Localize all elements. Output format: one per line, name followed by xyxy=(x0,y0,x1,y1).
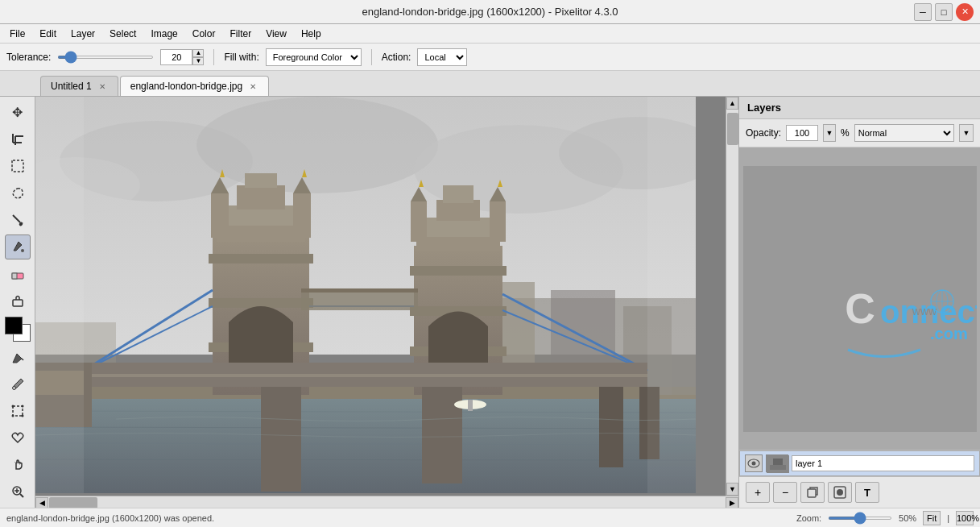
right-panel: Layers Opacity: ▼ % Normal Multiply Scre… xyxy=(738,97,980,508)
add-layer-button[interactable]: + xyxy=(746,482,770,503)
svg-point-17 xyxy=(21,415,23,417)
brush-tool[interactable] xyxy=(5,207,31,232)
mask-layer-button[interactable] xyxy=(828,482,852,503)
svg-point-15 xyxy=(21,405,23,408)
vertical-scrollbar[interactable]: ▲ ▼ xyxy=(726,97,738,496)
svg-text:www: www xyxy=(911,305,937,317)
svg-rect-86 xyxy=(468,400,473,411)
zoom-100-button[interactable]: 100% xyxy=(956,511,974,525)
hand-tool[interactable] xyxy=(5,452,31,477)
menu-image[interactable]: Image xyxy=(144,27,184,41)
fill-with-select[interactable]: Foreground Color Background Color Transp… xyxy=(266,48,362,66)
opacity-input[interactable] xyxy=(786,125,818,141)
zoom-label: Zoom: xyxy=(796,513,821,523)
minimize-button[interactable]: ─ xyxy=(914,3,932,21)
heart-tool[interactable] xyxy=(5,425,31,450)
layers-opacity-row: Opacity: ▼ % Normal Multiply Screen Over… xyxy=(739,119,980,147)
svg-rect-4 xyxy=(12,160,23,172)
scroll-thumb-vertical[interactable] xyxy=(727,113,738,145)
svg-point-7 xyxy=(21,249,24,252)
toolbar: Tolerance: 20 ▲ ▼ Fill with: Foreground … xyxy=(0,44,980,71)
svg-point-111 xyxy=(837,489,843,496)
tab-london-bridge[interactable]: england-london-bridge.jpg ✕ xyxy=(120,76,269,96)
layer-name-input[interactable] xyxy=(792,455,974,471)
tab-untitled1[interactable]: Untitled 1 ✕ xyxy=(40,76,118,96)
svg-rect-44 xyxy=(209,254,313,264)
tab-label-london-bridge: england-london-bridge.jpg xyxy=(130,81,242,92)
layers-list xyxy=(739,450,980,476)
tolerance-slider[interactable] xyxy=(57,56,154,59)
paint-bucket-tool[interactable] xyxy=(5,345,31,370)
fill-bucket-tool[interactable] xyxy=(5,234,31,259)
svg-point-14 xyxy=(11,405,14,408)
svg-text:.com: .com xyxy=(930,325,968,342)
blend-dropdown-button[interactable]: ▼ xyxy=(959,124,974,142)
tolerance-input[interactable]: 20 xyxy=(160,49,192,65)
tab-close-untitled1[interactable]: ✕ xyxy=(97,81,108,92)
tolerance-up[interactable]: ▲ xyxy=(192,49,204,57)
menu-help[interactable]: Help xyxy=(295,27,328,41)
divider-1 xyxy=(213,49,214,65)
scroll-right-button[interactable]: ▶ xyxy=(726,497,738,508)
zoom-tool[interactable] xyxy=(5,479,31,504)
main-area: ✥ xyxy=(0,97,980,508)
tab-close-london-bridge[interactable]: ✕ xyxy=(247,81,258,92)
svg-line-18 xyxy=(14,462,16,463)
action-label: Action: xyxy=(382,52,411,63)
tab-label-untitled1: Untitled 1 xyxy=(51,81,92,92)
eraser-tool[interactable] xyxy=(5,261,31,286)
status-bar: england-london-bridge.jpg (1600x1200) wa… xyxy=(0,508,980,527)
svg-rect-81 xyxy=(261,387,301,492)
close-button[interactable]: ✕ xyxy=(956,3,974,21)
action-select[interactable]: Local Global xyxy=(417,48,467,66)
crop-tool[interactable] xyxy=(5,127,31,151)
move-tool[interactable]: ✥ xyxy=(5,100,31,125)
scroll-up-button[interactable]: ▲ xyxy=(726,97,738,110)
divider-2 xyxy=(371,49,372,65)
rect-selection-tool[interactable] xyxy=(5,154,31,179)
svg-line-20 xyxy=(20,494,23,497)
maximize-button[interactable]: □ xyxy=(935,3,953,21)
layer-item[interactable] xyxy=(739,450,980,476)
menu-select[interactable]: Select xyxy=(103,27,143,41)
layer-preview-svg: C onnect www .com xyxy=(743,166,977,432)
menu-layer[interactable]: Layer xyxy=(64,27,101,41)
color-swatches[interactable] xyxy=(5,317,31,342)
svg-rect-10 xyxy=(13,300,23,306)
transform-tool[interactable] xyxy=(5,399,31,424)
svg-rect-13 xyxy=(13,406,23,416)
svg-rect-58 xyxy=(410,266,507,276)
zoom-slider[interactable] xyxy=(828,517,892,520)
opacity-dropdown-button[interactable]: ▼ xyxy=(823,124,836,142)
lasso-tool[interactable] xyxy=(5,181,31,205)
menu-file[interactable]: File xyxy=(3,27,31,41)
eyedropper-tool[interactable] xyxy=(5,371,31,396)
foreground-color-swatch[interactable] xyxy=(5,317,23,334)
menu-color[interactable]: Color xyxy=(186,27,222,41)
horizontal-scrollbar[interactable]: ◀ ▶ xyxy=(35,496,738,508)
canvas-container[interactable] xyxy=(35,97,726,496)
duplicate-layer-button[interactable] xyxy=(800,482,825,503)
delete-layer-button[interactable]: − xyxy=(773,482,797,503)
svg-point-105 xyxy=(752,462,756,466)
opacity-label: Opacity: xyxy=(746,127,781,139)
canvas-image xyxy=(35,97,696,493)
scroll-thumb-horizontal[interactable] xyxy=(49,497,97,508)
tolerance-down[interactable]: ▼ xyxy=(192,57,204,65)
layer-visibility-toggle[interactable] xyxy=(745,454,763,472)
clone-stamp-tool[interactable] xyxy=(5,288,31,313)
menu-filter[interactable]: Filter xyxy=(223,27,258,41)
layer-thumbnail xyxy=(766,454,788,472)
fit-button[interactable]: Fit xyxy=(923,511,941,525)
text-layer-button[interactable]: T xyxy=(855,482,879,503)
scroll-down-button[interactable]: ▼ xyxy=(726,483,738,496)
scroll-left-button[interactable]: ◀ xyxy=(35,497,48,508)
menu-view[interactable]: View xyxy=(259,27,293,41)
blend-mode-select[interactable]: Normal Multiply Screen Overlay Darken Li… xyxy=(854,124,954,142)
tabs-bar: Untitled 1 ✕ england-london-bridge.jpg ✕ xyxy=(0,71,980,97)
menu-edit[interactable]: Edit xyxy=(33,27,63,41)
svg-rect-50 xyxy=(245,173,277,188)
svg-line-5 xyxy=(13,215,20,222)
svg-rect-83 xyxy=(599,387,623,467)
svg-rect-51 xyxy=(211,193,229,238)
